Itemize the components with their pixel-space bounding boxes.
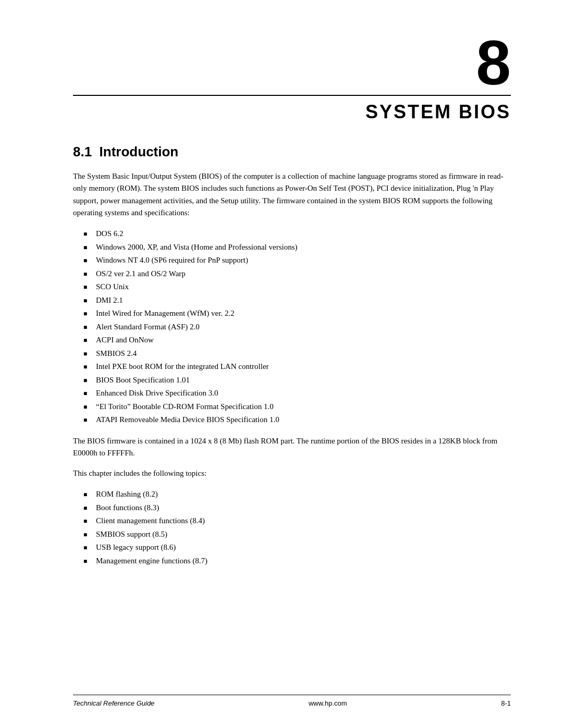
list-item: OS/2 ver 2.1 and OS/2 Warp [83,267,511,281]
list-item: SMBIOS 2.4 [83,347,511,361]
list-item: Management engine functions (8.7) [83,554,511,568]
chapter-number: 8 [73,31,511,94]
topics-list: ROM flashing (8.2) Boot functions (8.3) … [83,488,511,567]
chapter-title: SYSTEM BIOS [73,101,511,123]
list-item: Enhanced Disk Drive Specification 3.0 [83,387,511,400]
chapter-title-bar [73,95,511,96]
page: 8 SYSTEM BIOS 8.1 Introduction The Syste… [0,0,563,728]
list-item: USB legacy support (8.6) [83,541,511,554]
footer: Technical Reference Guide www.hp.com 8-1 [73,695,511,707]
footer-left: Technical Reference Guide [73,699,154,707]
list-item: BIOS Boot Specification 1.01 [83,374,511,387]
topics-intro: This chapter includes the following topi… [73,467,511,479]
list-item: Boot functions (8.3) [83,501,511,515]
section-title: Introduction [100,144,179,159]
list-item: SCO Unix [83,280,511,294]
list-item: Windows NT 4.0 (SP6 required for PnP sup… [83,254,511,267]
section-heading: 8.1 Introduction [73,144,511,160]
list-item: ROM flashing (8.2) [83,488,511,501]
section-number: 8.1 [73,144,92,159]
list-item: Client management functions (8.4) [83,514,511,528]
list-item: DMI 2.1 [83,294,511,307]
list-item: DOS 6.2 [83,227,511,241]
os-spec-list: DOS 6.2 Windows 2000, XP, and Vista (Hom… [83,227,511,427]
bios-paragraph: The BIOS firmware is contained in a 1024… [73,435,511,460]
list-item: Windows 2000, XP, and Vista (Home and Pr… [83,241,511,254]
list-item: “El Torito” Bootable CD-ROM Format Speci… [83,400,511,414]
list-item: SMBIOS support (8.5) [83,528,511,541]
list-item: Intel PXE boot ROM for the integrated LA… [83,360,511,374]
list-item: ACPI and OnNow [83,334,511,347]
footer-right: 8-1 [501,699,511,707]
list-item: ATAPI Removeable Media Device BIOS Speci… [83,413,511,427]
intro-paragraph: The System Basic Input/Output System (BI… [73,170,511,219]
list-item: Intel Wired for Management (WfM) ver. 2.… [83,307,511,320]
footer-center: www.hp.com [309,699,347,707]
list-item: Alert Standard Format (ASF) 2.0 [83,320,511,334]
